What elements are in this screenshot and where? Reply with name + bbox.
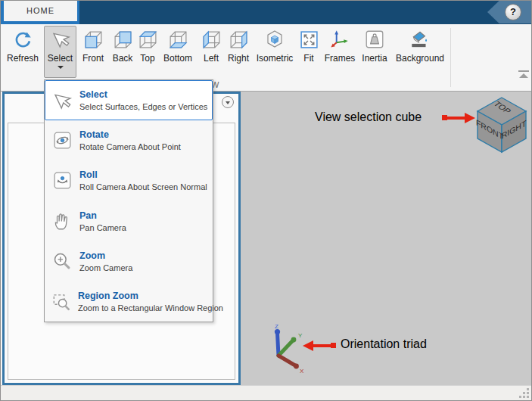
- menu-item-zoom[interactable]: ZoomZoom Camera: [45, 241, 213, 281]
- help-button[interactable]: ?: [505, 4, 521, 20]
- zoom-icon: [51, 250, 73, 272]
- toolbar-button-label: Left: [204, 53, 219, 64]
- annotation-triad: Orientation triad: [341, 337, 427, 351]
- pan-icon: [51, 210, 73, 232]
- menu-item-description: Roll Camera About Screen Normal: [79, 182, 207, 191]
- annotation-view-cube: View selection cube: [315, 110, 422, 124]
- menu-item-text: RotateRotate Camera About Point: [79, 129, 181, 151]
- refresh-icon: [12, 28, 33, 51]
- toolbar-button-label: Frames: [325, 53, 356, 64]
- resize-grip[interactable]: [520, 389, 529, 398]
- toolbar-button-frames[interactable]: Frames: [322, 26, 358, 76]
- menu-item-pan[interactable]: PanPan Camera: [45, 201, 213, 241]
- menu-item-rotate[interactable]: RotateRotate Camera About Point: [45, 120, 213, 160]
- toolbar-button-left[interactable]: Left: [198, 26, 224, 76]
- menu-item-text: RollRoll Camera About Screen Normal: [79, 169, 207, 191]
- menu-item-title: Roll: [79, 169, 207, 180]
- collapse-ribbon-icon[interactable]: [518, 70, 529, 78]
- ribbon-separator: [450, 28, 451, 87]
- toolbar-button-bottom[interactable]: Bottom: [159, 26, 197, 76]
- select-icon: [50, 28, 71, 51]
- menu-item-description: Zoom Camera: [79, 263, 132, 272]
- menu-item-roll[interactable]: RollRoll Camera About Screen Normal: [45, 160, 213, 201]
- menu-item-text: ZoomZoom Camera: [79, 250, 132, 272]
- menu-item-text: PanPan Camera: [79, 210, 126, 232]
- triad-label-y: Y: [298, 332, 303, 339]
- toolbar-button-back[interactable]: Back: [109, 26, 136, 76]
- cube-right-icon: [229, 28, 249, 51]
- select-dropdown-menu: SelectSelect Surfaces, Edges or Vertices…: [44, 79, 213, 322]
- cube-top-icon: [138, 28, 158, 51]
- toolbar-button-right[interactable]: Right: [223, 26, 254, 76]
- toolbar-button-isometric[interactable]: Isometric: [253, 26, 297, 76]
- status-bar: [1, 385, 532, 401]
- toolbar-button-refresh[interactable]: Refresh: [5, 26, 40, 76]
- select-icon: [51, 90, 73, 111]
- title-bar: HOME ?: [1, 1, 532, 24]
- toolbar-button-label: Inertia: [362, 53, 387, 64]
- menu-item-description: Rotate Camera About Point: [79, 142, 181, 151]
- menu-item-description: Select Surfaces, Edges or Vertices: [79, 102, 207, 111]
- menu-item-select[interactable]: SelectSelect Surfaces, Edges or Vertices: [45, 80, 213, 120]
- toolbar-button-label: Top: [140, 53, 154, 64]
- toolbar-button-label: Select: [48, 53, 73, 64]
- menu-item-title: Select: [79, 89, 207, 100]
- menu-item-description: Pan Camera: [79, 223, 126, 232]
- toolbar-button-label: Right: [228, 53, 249, 64]
- toolbar-button-fit[interactable]: Fit: [297, 26, 320, 76]
- menu-item-description: Zoom to a Rectangular Window Region: [78, 303, 223, 312]
- region-zoom-icon: [51, 291, 72, 312]
- toolbar-button-inertia[interactable]: Inertia: [358, 26, 391, 76]
- menu-item-title: Region Zoom: [78, 291, 223, 301]
- toolbar-button-label: Refresh: [7, 53, 39, 64]
- chevron-down-icon: [226, 101, 230, 104]
- background-icon: [409, 28, 431, 51]
- menu-item-title: Zoom: [79, 250, 132, 261]
- fit-icon: [299, 28, 319, 51]
- menu-item-title: Rotate: [79, 129, 181, 140]
- menu-item-text: SelectSelect Surfaces, Edges or Vertices: [79, 89, 207, 111]
- toolbar-button-background[interactable]: Background: [393, 26, 447, 76]
- cube-bottom-icon: [168, 28, 188, 51]
- tab-home[interactable]: HOME: [4, 1, 77, 21]
- chevron-down-icon: [58, 66, 64, 69]
- toolbar-button-front[interactable]: Front: [78, 26, 108, 76]
- triad-label-z: Z: [275, 323, 278, 330]
- rotate-icon: [51, 130, 73, 151]
- toolbar-button-label: Front: [82, 53, 104, 64]
- roll-icon: [51, 170, 73, 191]
- orientation-triad: Z Y X: [266, 323, 308, 379]
- toolbar-button-select[interactable]: Select: [44, 26, 76, 78]
- view-selection-cube[interactable]: TOP FRONT RIGHT: [475, 96, 530, 155]
- toolbar-button-label: Isometric: [257, 53, 294, 64]
- frames-icon: [329, 28, 350, 51]
- menu-item-title: Pan: [79, 210, 126, 221]
- isometric-icon: [264, 28, 285, 51]
- toolbar-button-label: Back: [113, 53, 133, 64]
- toolbar-button-label: Bottom: [163, 53, 192, 64]
- menu-item-text: Region ZoomZoom to a Rectangular Window …: [78, 291, 223, 312]
- inertia-icon: [364, 28, 385, 51]
- menu-item-region-zoom[interactable]: Region ZoomZoom to a Rectangular Window …: [45, 281, 213, 322]
- cube-front-icon: [83, 28, 104, 51]
- mechanics-explorer-window: HOME ? Refresh Select Front Back: [0, 0, 532, 401]
- cube-left-icon: [201, 28, 222, 51]
- toolbar-button-label: Background: [396, 53, 444, 64]
- toolbar-button-label: Fit: [303, 53, 313, 64]
- panel-collapse-button[interactable]: [222, 96, 234, 108]
- toolbar-button-top[interactable]: Top: [135, 26, 160, 76]
- cube-back-icon: [113, 28, 133, 51]
- triad-label-x: X: [300, 368, 304, 375]
